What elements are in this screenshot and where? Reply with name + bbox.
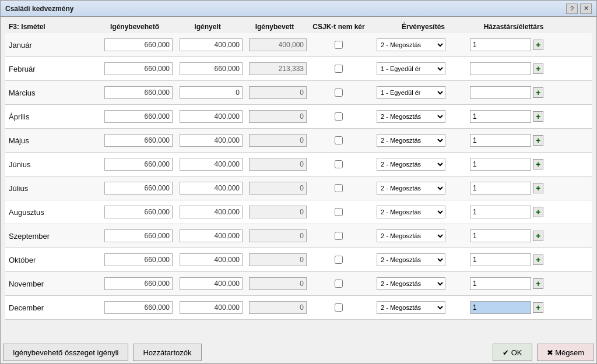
igenybeveheto-input[interactable] [104,301,173,314]
ervenyesites-cell: 2 - Megosztás1 - Egyedül ér [377,62,470,75]
igenyelt-input[interactable] [180,86,243,99]
igenybeveheto-input[interactable] [104,182,173,195]
igenybevett-input [249,229,307,242]
ervenyesites-cell: 2 - Megosztás1 - Egyedül ér [377,38,470,51]
csjk-cell [307,160,371,168]
hazastas-input[interactable] [470,62,531,75]
ervenyesites-select[interactable]: 2 - Megosztás1 - Egyedül ér [377,182,445,195]
igenybeveheto-input[interactable] [104,86,173,99]
igenyelt-input[interactable] [180,62,243,75]
ervenyesites-select[interactable]: 2 - Megosztás1 - Egyedül ér [377,301,445,314]
plus-button[interactable]: + [533,159,543,169]
igenybeveheto-input[interactable] [104,62,173,75]
month-label-november: November [6,280,97,288]
csjk-cell [307,89,371,97]
hazastas-cell: + [470,86,557,99]
ervenyesites-select[interactable]: 2 - Megosztás1 - Egyedül ér [377,253,445,266]
plus-button[interactable]: + [533,135,543,146]
hazastas-cell: + [470,229,557,242]
csjk-checkbox[interactable] [335,112,343,121]
igenybeveheto-input[interactable] [104,206,173,218]
ervenyesites-select[interactable]: 2 - Megosztás1 - Egyedül ér [377,206,445,218]
ervenyesites-cell: 2 - Megosztás1 - Egyedül ér [377,110,470,123]
igenybeveheto-input[interactable] [104,229,173,242]
ervenyesites-cell: 2 - Megosztás1 - Egyedül ér [377,253,470,266]
igenyelt-input[interactable] [180,253,243,266]
igenyelt-input[interactable] [180,301,243,314]
hazastas-input[interactable] [470,110,531,123]
igenybeveheto-input[interactable] [104,110,173,123]
csjk-checkbox[interactable] [335,280,343,288]
ervenyesites-cell: 2 - Megosztás1 - Egyedül ér [377,134,470,147]
hazastas-input[interactable] [470,229,531,242]
csjk-checkbox[interactable] [335,208,343,216]
hazastas-input[interactable] [470,277,531,290]
igenybeveheto-input[interactable] [104,253,173,266]
hazastas-input[interactable] [470,38,531,51]
header-csjk: CSJK-t nem kér [307,22,371,32]
ervenyesites-select[interactable]: 2 - Megosztás1 - Egyedül ér [377,229,445,242]
igenyelt-input[interactable] [180,277,243,290]
igenybevett-input [249,182,307,195]
csjk-checkbox[interactable] [335,256,343,264]
hozzatartozok-button[interactable]: Hozzátartozók [133,344,201,361]
ervenyesites-select[interactable]: 2 - Megosztás1 - Egyedül ér [377,38,445,51]
ervenyesites-select[interactable]: 2 - Megosztás1 - Egyedül ér [377,158,445,171]
ervenyesites-select[interactable]: 2 - Megosztás1 - Egyedül ér [377,277,445,290]
header-hazastas: Házastárs/élettárs [470,22,557,32]
hazastas-input[interactable] [470,253,531,266]
hazastas-input[interactable] [470,158,531,171]
hazastas-cell: + [470,110,557,123]
plus-button[interactable]: + [533,207,543,217]
igenyelt-input[interactable] [180,182,243,195]
ervenyesites-select[interactable]: 2 - Megosztás1 - Egyedül ér [377,62,445,75]
column-headers: F3: Ismétel Igénybevehető Igényelt Igény… [5,22,592,32]
csjk-checkbox[interactable] [335,184,343,192]
hazastas-input[interactable] [470,86,531,99]
plus-button[interactable]: + [533,255,543,265]
igenybeveheto-input[interactable] [104,134,173,147]
igenybeveheto-input[interactable] [104,38,173,51]
ervenyesites-select[interactable]: 2 - Megosztás1 - Egyedül ér [377,86,445,99]
csjk-checkbox[interactable] [335,136,343,144]
plus-button[interactable]: + [533,87,543,98]
ervenyesites-select[interactable]: 2 - Megosztás1 - Egyedül ér [377,134,445,147]
csjk-cell [307,136,371,144]
igenyelt-input[interactable] [180,38,243,51]
plus-button[interactable]: + [533,278,543,289]
hazastas-input[interactable] [470,182,531,195]
igenyelt-input[interactable] [180,229,243,242]
plus-button[interactable]: + [533,302,543,313]
igenyelt-input[interactable] [180,206,243,218]
igenyelt-input[interactable] [180,158,243,171]
table-row: December2 - Megosztás1 - Egyedül ér+ [5,296,592,320]
plus-button[interactable]: + [533,231,543,241]
table-row: Október2 - Megosztás1 - Egyedül ér+ [5,248,592,272]
plus-button[interactable]: + [533,183,543,193]
hazastas-input[interactable] [470,206,531,218]
plus-button[interactable]: + [533,40,543,50]
ervenyesites-cell: 2 - Megosztás1 - Egyedül ér [377,206,470,218]
ervenyesites-select[interactable]: 2 - Megosztás1 - Egyedül ér [377,110,445,123]
igenybeveheto-input[interactable] [104,277,173,290]
csjk-checkbox[interactable] [335,89,343,97]
igenybeveheto-input[interactable] [104,158,173,171]
csjk-checkbox[interactable] [335,41,343,49]
close-button[interactable]: ✕ [580,3,592,14]
csjk-checkbox[interactable] [335,65,343,73]
plus-button[interactable]: + [533,111,543,122]
igenyelt-input[interactable] [180,110,243,123]
ok-button[interactable]: ✔ OK [493,344,532,361]
titlebar-buttons: ? ✕ [566,3,592,14]
csjk-checkbox[interactable] [335,160,343,168]
plus-button[interactable]: + [533,63,543,74]
cancel-button[interactable]: ✖ Mégsem [537,344,594,361]
csjk-checkbox[interactable] [335,303,343,312]
help-button[interactable]: ? [566,3,578,14]
header-igenybevett: Igénybevett [243,22,307,32]
hazastas-input[interactable] [470,134,531,147]
csjk-checkbox[interactable] [335,232,343,240]
igeny-button[interactable]: Igénybevehető összeget igényli [3,344,128,361]
igenyelt-input[interactable] [180,134,243,147]
hazastas-input[interactable] [470,301,531,314]
